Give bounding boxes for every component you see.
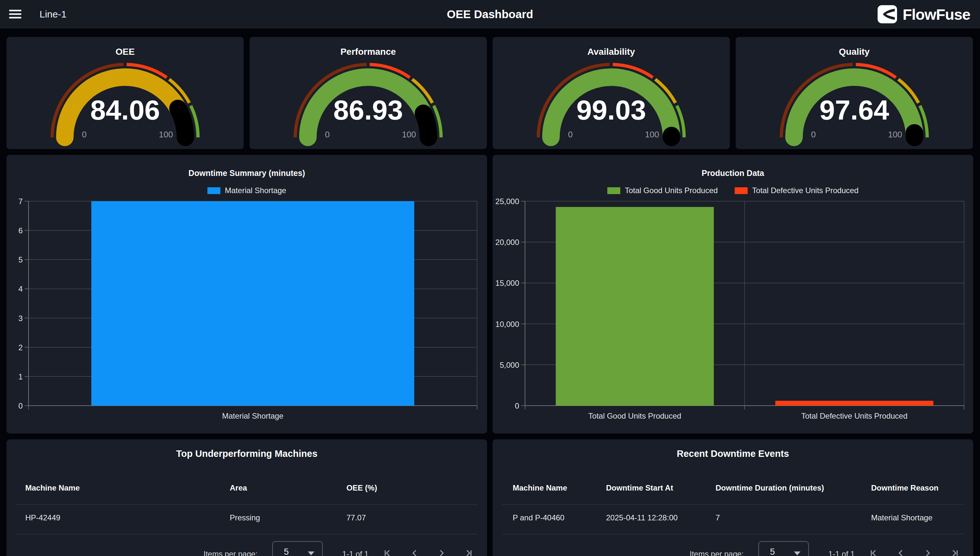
first-page-button[interactable] bbox=[382, 548, 393, 556]
table-divider bbox=[16, 534, 477, 534]
last-page-button[interactable] bbox=[463, 548, 474, 556]
gauge-card-oee: OEE 84.06 0 100 bbox=[6, 37, 244, 149]
last-page-icon bbox=[949, 548, 961, 556]
flowfuse-icon bbox=[877, 4, 898, 24]
chart-title: Downtime Summary (minutes) bbox=[6, 168, 487, 178]
gauge-max-label: 100 bbox=[881, 129, 909, 140]
production-data-chart: 05,00010,00015,00020,00025,000Total Good… bbox=[493, 155, 973, 433]
brand-name: FlowFuse bbox=[902, 5, 970, 23]
first-page-icon bbox=[382, 548, 393, 556]
chart-title: Production Data bbox=[493, 168, 973, 178]
svg-text:5,000: 5,000 bbox=[500, 360, 519, 369]
svg-text:1: 1 bbox=[18, 372, 23, 381]
page-title: OEE Dashboard bbox=[0, 0, 980, 29]
svg-text:0: 0 bbox=[515, 401, 519, 410]
previous-page-button[interactable] bbox=[895, 548, 906, 556]
gauge-max-label: 100 bbox=[638, 129, 666, 140]
last-page-icon bbox=[463, 548, 474, 556]
svg-text:0: 0 bbox=[18, 401, 23, 410]
page-range-label: 1-1 of 1 bbox=[828, 550, 855, 556]
table-divider bbox=[502, 504, 964, 505]
column-header: Area bbox=[230, 483, 247, 493]
legend-label: Total Defective Units Produced bbox=[752, 186, 859, 195]
next-page-button[interactable] bbox=[436, 548, 447, 556]
legend-item[interactable]: Total Defective Units Produced bbox=[735, 186, 859, 195]
svg-text:2: 2 bbox=[18, 343, 23, 352]
gauge-value: 84.06 bbox=[6, 94, 244, 126]
column-header: Downtime Reason bbox=[871, 483, 938, 493]
chart-legend: Material Shortage bbox=[6, 186, 487, 195]
gauge-min-label: 0 bbox=[70, 129, 99, 140]
chevron-left-icon bbox=[409, 548, 420, 556]
table-title: Top Underperforming Machines bbox=[6, 448, 487, 459]
gauge-card-quality: Quality 97.64 0 100 bbox=[736, 37, 973, 149]
items-per-page-label: Items per page: bbox=[690, 550, 744, 556]
last-page-button[interactable] bbox=[949, 548, 961, 556]
gauge-max-label: 100 bbox=[152, 129, 180, 140]
items-per-page-label: Items per page: bbox=[204, 550, 258, 556]
column-header: Downtime Start At bbox=[606, 483, 673, 493]
svg-text:25,000: 25,000 bbox=[495, 197, 519, 206]
gauge-value: 86.93 bbox=[249, 94, 487, 126]
chart-legend: Total Good Units ProducedTotal Defective… bbox=[493, 186, 973, 195]
gauge-min-label: 0 bbox=[313, 129, 341, 140]
brand-logo: FlowFuse bbox=[877, 4, 970, 24]
downtime-summary-chart: 01234567Material Shortage bbox=[6, 155, 487, 433]
chevron-down-icon bbox=[308, 551, 314, 555]
legend-label: Total Good Units Produced bbox=[625, 186, 718, 195]
svg-text:6: 6 bbox=[18, 226, 23, 235]
table-title: Recent Downtime Events bbox=[493, 448, 973, 459]
gauge-value: 97.64 bbox=[736, 94, 973, 126]
gauge-min-label: 0 bbox=[799, 129, 828, 140]
gauge-title: Availability bbox=[493, 47, 730, 57]
recent-downtime-events-card: Recent Downtime Events Machine Name Down… bbox=[493, 440, 973, 556]
svg-text:Material Shortage: Material Shortage bbox=[222, 412, 283, 420]
gauge-title: OEE bbox=[6, 47, 244, 57]
svg-text:5: 5 bbox=[18, 255, 23, 264]
legend-swatch bbox=[735, 187, 748, 194]
chevron-right-icon bbox=[436, 548, 447, 556]
gauge-max-label: 100 bbox=[395, 129, 423, 140]
gauge-title: Performance bbox=[249, 47, 487, 57]
svg-text:7: 7 bbox=[18, 197, 23, 206]
next-page-button[interactable] bbox=[922, 548, 933, 556]
legend-swatch bbox=[607, 187, 620, 194]
first-page-icon bbox=[868, 548, 879, 556]
cell-downtime-reason: Material Shortage bbox=[871, 513, 932, 522]
legend-item[interactable]: Total Good Units Produced bbox=[607, 186, 718, 195]
app-header: Line-1 OEE Dashboard FlowFuse bbox=[0, 0, 980, 29]
cell-downtime-duration: 7 bbox=[716, 513, 720, 522]
gauge-card-availability: Availability 99.03 0 100 bbox=[493, 37, 730, 149]
legend-swatch bbox=[207, 187, 220, 194]
svg-text:4: 4 bbox=[18, 284, 23, 293]
cell-downtime-start: 2025-04-11 12:28:00 bbox=[606, 513, 678, 522]
first-page-button[interactable] bbox=[868, 548, 879, 556]
column-header: Downtime Duration (minutes) bbox=[716, 483, 824, 493]
previous-page-button[interactable] bbox=[409, 548, 420, 556]
chevron-left-icon bbox=[895, 548, 906, 556]
svg-text:10,000: 10,000 bbox=[495, 320, 519, 328]
gauge-title: Quality bbox=[736, 47, 973, 57]
svg-text:3: 3 bbox=[18, 314, 23, 323]
gauge-value: 99.03 bbox=[493, 94, 730, 126]
column-header: OEE (%) bbox=[346, 483, 377, 493]
legend-item[interactable]: Material Shortage bbox=[207, 186, 286, 195]
items-per-page-select[interactable]: 5 bbox=[758, 541, 809, 556]
gauge-min-label: 0 bbox=[556, 129, 585, 140]
downtime-summary-card: 01234567Material Shortage Downtime Summa… bbox=[6, 155, 487, 433]
cell-machine-name: P and P-40460 bbox=[513, 513, 564, 522]
column-header: Machine Name bbox=[513, 483, 567, 493]
svg-text:Total Defective Units Produced: Total Defective Units Produced bbox=[801, 412, 907, 420]
svg-text:20,000: 20,000 bbox=[495, 238, 519, 247]
cell-oee: 77.07 bbox=[346, 513, 366, 522]
underperforming-machines-card: Top Underperforming Machines Machine Nam… bbox=[6, 440, 487, 556]
chevron-down-icon bbox=[794, 551, 800, 555]
table-divider bbox=[16, 504, 477, 505]
page-range-label: 1-1 of 1 bbox=[342, 550, 369, 556]
items-per-page-select[interactable]: 5 bbox=[272, 541, 323, 556]
chevron-right-icon bbox=[922, 548, 933, 556]
cell-area: Pressing bbox=[230, 513, 260, 522]
cell-machine-name: HP-42449 bbox=[25, 513, 60, 522]
svg-text:Total Good Units Produced: Total Good Units Produced bbox=[588, 412, 681, 420]
production-data-card: 05,00010,00015,00020,00025,000Total Good… bbox=[493, 155, 973, 433]
